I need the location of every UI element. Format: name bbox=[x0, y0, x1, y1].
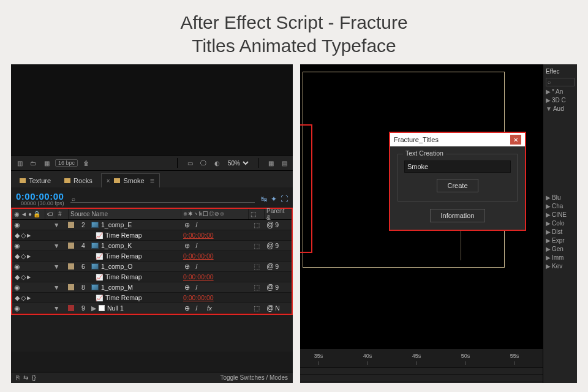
title-line-1: After Effect Script - Fracture bbox=[180, 12, 407, 32]
3d-toggle[interactable]: ⬚ bbox=[254, 242, 260, 249]
pickwhip-icon[interactable]: @ bbox=[266, 283, 274, 292]
display-icon[interactable]: ▭ bbox=[185, 159, 195, 167]
time-ruler[interactable]: 35s40s45s50s55s bbox=[300, 349, 543, 367]
ruler-tick: 35s bbox=[314, 353, 323, 359]
close-button[interactable]: ✕ bbox=[510, 135, 521, 145]
draft3d-icon[interactable]: ✦ bbox=[271, 195, 277, 203]
twirl-icon[interactable]: ▼ bbox=[53, 263, 58, 270]
flow-icon[interactable]: ▥ bbox=[15, 159, 24, 167]
tab-rocks[interactable]: Rocks bbox=[59, 175, 97, 187]
effects-group: ▶Expr bbox=[546, 237, 575, 244]
property-row[interactable]: ◆◇▶📈Time Remap0:00:00:00 bbox=[12, 251, 292, 262]
project-area: ▥ 🗀 ▦ 16 bpc 🗑 ▭ 🖵 ◐ 50% ▦ ▤ bbox=[11, 64, 293, 171]
graph-icon[interactable]: 📈 bbox=[96, 274, 103, 281]
pickwhip-icon[interactable]: @ bbox=[266, 221, 274, 229]
dialog-title: Fracture_Titles bbox=[394, 136, 439, 143]
layer-row[interactable]: ◉▼81_comp_M⊕/⬚@9 bbox=[12, 282, 292, 293]
3d-toggle[interactable]: ⬚ bbox=[254, 221, 260, 228]
text-input[interactable] bbox=[404, 160, 511, 173]
layer-row[interactable]: ◉▼21_comp_E⊕/⬚@9 bbox=[12, 220, 292, 230]
effects-search[interactable]: ⌕ bbox=[546, 78, 575, 86]
source-name-header[interactable]: Source Name bbox=[69, 209, 181, 219]
visibility-toggle[interactable]: ◉ bbox=[14, 221, 20, 229]
timeline-panel: ▥ 🗀 ▦ 16 bpc 🗑 ▭ 🖵 ◐ 50% ▦ ▤ Texture Roc… bbox=[11, 64, 293, 383]
null-icon bbox=[99, 305, 105, 311]
label-header-icon: 🏷 bbox=[47, 211, 53, 217]
ruler-tick: 50s bbox=[461, 353, 470, 359]
information-button[interactable]: Information bbox=[430, 209, 484, 222]
twirl-icon[interactable]: ▼ bbox=[53, 304, 58, 312]
project-toolbar: ▥ 🗀 ▦ 16 bpc 🗑 ▭ 🖵 ◐ 50% ▦ ▤ bbox=[11, 155, 293, 170]
layer-row[interactable]: ◉▼61_comp_O⊕/⬚@9 bbox=[12, 262, 292, 272]
shy-icon[interactable]: ⛶ bbox=[281, 195, 288, 203]
effects-group: ▶Kev bbox=[546, 263, 575, 270]
guides-icon[interactable]: ▤ bbox=[279, 159, 289, 167]
mask-icon[interactable]: ◐ bbox=[212, 159, 222, 167]
effects-group: ▶3D C bbox=[546, 97, 575, 104]
brace-icon[interactable]: {} bbox=[32, 374, 36, 381]
property-row[interactable]: ◆◇▶📈Time Remap0:00:00:00 bbox=[12, 230, 292, 241]
layer-row[interactable]: ◉▼41_comp_K⊕/⬚@9 bbox=[12, 241, 292, 251]
property-row[interactable]: ◆◇▶📈Time Remap0:00:00:00 bbox=[12, 272, 292, 282]
track-area bbox=[300, 367, 543, 383]
eye-header-icon: ◉ bbox=[14, 211, 20, 217]
viewer-panel: Effec ⌕ ▶* An ▶3D C ▼Aud ▶Blu ▶Cha ▶CINE… bbox=[300, 64, 577, 383]
pickwhip-icon[interactable]: @ bbox=[266, 304, 274, 312]
time-value[interactable]: 0:00:00:00 bbox=[183, 252, 214, 260]
comp-flowchart-icon[interactable]: ↹ bbox=[261, 195, 267, 203]
selection-highlight bbox=[300, 124, 312, 253]
ruler-tick: 40s bbox=[363, 353, 372, 359]
time-value[interactable]: 0:00:00:00 bbox=[183, 273, 214, 281]
effects-group: ▶Imm bbox=[546, 254, 575, 261]
3d-header-icon: ⬚ bbox=[249, 209, 265, 219]
grid-icon[interactable]: ▦ bbox=[266, 159, 276, 167]
ruler-tick: 45s bbox=[412, 353, 421, 359]
visibility-toggle[interactable]: ◉ bbox=[14, 304, 20, 312]
bpc-toggle[interactable]: 16 bpc bbox=[55, 159, 78, 167]
toggle-switches-button[interactable]: Toggle Switches / Modes bbox=[220, 374, 288, 381]
link-icon[interactable]: ⎘ bbox=[16, 374, 20, 381]
property-row[interactable]: ◆◇▶📈Time Remap0:00:00:00 bbox=[12, 293, 292, 303]
folder-icon[interactable]: 🗀 bbox=[28, 159, 38, 167]
twirl-icon[interactable]: ▼ bbox=[53, 284, 58, 291]
toggle-icon[interactable]: ⇆ bbox=[23, 374, 28, 381]
3d-toggle[interactable]: ⬚ bbox=[254, 263, 260, 270]
pickwhip-icon[interactable]: @ bbox=[266, 262, 274, 271]
monitor-icon[interactable]: 🖵 bbox=[198, 159, 208, 167]
twirl-icon[interactable]: ▼ bbox=[53, 242, 58, 249]
time-value[interactable]: 0:00:00:00 bbox=[183, 232, 214, 239]
highlighted-layers: ◉◄●🔒 🏷 # Source Name ⊕ ✱ ヽ fx 囗 ◎ ⊘ ⊙ ⬚ … bbox=[11, 208, 293, 315]
zoom-dropdown[interactable]: 50% bbox=[225, 159, 251, 167]
fps-label: 00000 (30.00 fps) bbox=[16, 200, 64, 206]
index-header[interactable]: # bbox=[56, 209, 69, 219]
switches-header: ⊕ ✱ ヽ fx 囗 ◎ ⊘ ⊙ bbox=[181, 209, 249, 219]
layer-row[interactable]: ◉▼9▶Null 1⊕/ fx⬚@N bbox=[12, 303, 292, 314]
time-value[interactable]: 0:00:00:00 bbox=[183, 294, 214, 301]
layer-search[interactable]: ⌕ bbox=[70, 195, 255, 203]
tab-texture[interactable]: Texture bbox=[15, 175, 56, 187]
comp-settings-icon[interactable]: ▦ bbox=[42, 159, 51, 167]
3d-toggle[interactable]: ⬚ bbox=[254, 304, 260, 312]
effects-group: ▶Gen bbox=[546, 246, 575, 252]
comp-icon bbox=[91, 222, 99, 228]
graph-icon[interactable]: 📈 bbox=[96, 295, 103, 301]
search-icon: ⌕ bbox=[72, 195, 75, 202]
3d-toggle[interactable]: ⬚ bbox=[254, 284, 260, 291]
effects-group: ▶Cha bbox=[546, 203, 575, 209]
twirl-icon[interactable]: ▼ bbox=[53, 221, 58, 228]
tab-menu-icon[interactable]: ≡ bbox=[150, 176, 154, 185]
visibility-toggle[interactable]: ◉ bbox=[14, 284, 20, 292]
create-button[interactable]: Create bbox=[437, 179, 478, 192]
visibility-toggle[interactable]: ◉ bbox=[14, 263, 20, 271]
visibility-toggle[interactable]: ◉ bbox=[14, 242, 20, 250]
tab-smoke[interactable]: ×Smoke≡ bbox=[101, 173, 160, 187]
effects-group: ▶* An bbox=[546, 88, 575, 95]
dialog-titlebar[interactable]: Fracture_Titles ✕ bbox=[390, 133, 525, 146]
trash-icon[interactable]: 🗑 bbox=[81, 159, 91, 167]
graph-icon[interactable]: 📈 bbox=[96, 232, 103, 239]
parent-header[interactable]: Parent & bbox=[265, 209, 292, 219]
pickwhip-icon[interactable]: @ bbox=[266, 241, 274, 250]
effects-tab[interactable]: Effec bbox=[546, 67, 575, 76]
graph-icon[interactable]: 📈 bbox=[96, 253, 103, 260]
effects-group: ▼Aud bbox=[546, 105, 575, 112]
